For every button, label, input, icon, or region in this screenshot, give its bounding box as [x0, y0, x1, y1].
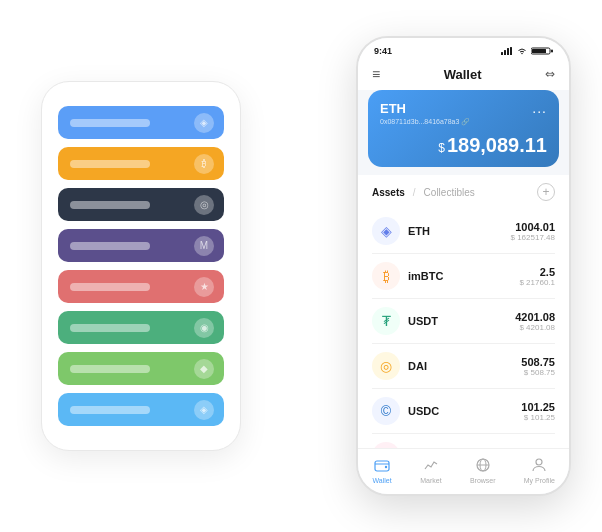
card-label	[70, 406, 150, 414]
asset-row-eth[interactable]: ◈ ETH 1004.01 $ 162517.48	[372, 209, 555, 254]
svg-rect-6	[551, 50, 553, 53]
card-label	[70, 365, 150, 373]
card-icon: ◉	[194, 318, 214, 338]
asset-usd-usdc: $ 101.25	[521, 413, 555, 422]
svg-rect-0	[501, 52, 503, 55]
list-item[interactable]: ◉	[58, 311, 224, 344]
nav-label-profile: My Profile	[524, 477, 555, 484]
asset-amount-usdt: 4201.08	[515, 311, 555, 323]
time-label: 9:41	[374, 46, 392, 56]
eth-card-address: 0x08711d3b...8416a78a3 🔗	[380, 118, 547, 126]
card-icon: ◈	[194, 113, 214, 133]
svg-rect-3	[510, 47, 512, 55]
asset-amounts-usdc: 101.25 $ 101.25	[521, 401, 555, 422]
asset-name-usdt: USDT	[408, 315, 515, 327]
signal-icon	[501, 47, 513, 55]
foreground-phone: 9:41	[356, 36, 571, 496]
svg-rect-2	[507, 48, 509, 55]
nav-label-browser: Browser	[470, 477, 496, 484]
tab-collectibles[interactable]: Collectibles	[424, 187, 475, 198]
eth-icon: ◈	[372, 217, 400, 245]
asset-amounts-usdt: 4201.08 $ 4201.08	[515, 311, 555, 332]
asset-amount-imbtc: 2.5	[519, 266, 555, 278]
card-label	[70, 242, 150, 250]
asset-row-usdc[interactable]: © USDC 101.25 $ 101.25	[372, 389, 555, 434]
menu-icon[interactable]: ≡	[372, 66, 380, 82]
nav-label-wallet: Wallet	[372, 477, 391, 484]
list-item[interactable]: ₿	[58, 147, 224, 180]
eth-card-header: ETH ...	[380, 100, 547, 116]
card-icon: ◈	[194, 400, 214, 420]
asset-row-dai[interactable]: ◎ DAI 508.75 $ 508.75	[372, 344, 555, 389]
card-label	[70, 324, 150, 332]
nav-item-profile[interactable]: My Profile	[524, 455, 555, 484]
add-asset-button[interactable]: +	[537, 183, 555, 201]
assets-tabs: Assets / Collectibles	[372, 187, 475, 198]
card-icon: ◆	[194, 359, 214, 379]
battery-icon	[531, 47, 553, 55]
svg-rect-7	[375, 461, 389, 471]
card-label	[70, 201, 150, 209]
status-bar: 9:41	[358, 38, 569, 60]
svg-rect-5	[532, 49, 546, 53]
imbtc-icon: ₿	[372, 262, 400, 290]
svg-point-12	[536, 459, 542, 465]
asset-amount-dai: 508.75	[521, 356, 555, 368]
wallet-nav-icon	[372, 455, 392, 475]
nav-item-browser[interactable]: Browser	[470, 455, 496, 484]
tab-assets[interactable]: Assets	[372, 187, 405, 198]
list-item[interactable]: ◆	[58, 352, 224, 385]
nav-label-market: Market	[420, 477, 441, 484]
asset-usd-dai: $ 508.75	[521, 368, 555, 377]
market-nav-icon	[421, 455, 441, 475]
card-label	[70, 119, 150, 127]
page-title: Wallet	[444, 67, 482, 82]
asset-amounts-imbtc: 2.5 $ 21760.1	[519, 266, 555, 287]
usdc-icon: ©	[372, 397, 400, 425]
eth-card-name: ETH	[380, 101, 406, 116]
nav-item-market[interactable]: Market	[420, 455, 441, 484]
asset-amount-eth: 1004.01	[511, 221, 556, 233]
asset-name-eth: ETH	[408, 225, 511, 237]
tab-divider: /	[413, 187, 416, 198]
dollar-sign: $	[438, 141, 445, 155]
eth-card[interactable]: ETH ... 0x08711d3b...8416a78a3 🔗 $189,08…	[368, 90, 559, 167]
list-item[interactable]: ★	[58, 270, 224, 303]
asset-list: ◈ ETH 1004.01 $ 162517.48 ₿ imBTC 2.5 $ …	[358, 209, 569, 448]
card-icon: ◎	[194, 195, 214, 215]
asset-row-imbtc[interactable]: ₿ imBTC 2.5 $ 21760.1	[372, 254, 555, 299]
card-icon: M	[194, 236, 214, 256]
svg-rect-1	[504, 50, 506, 55]
bottom-nav: Wallet Market Browser	[358, 448, 569, 494]
asset-usd-imbtc: $ 21760.1	[519, 278, 555, 287]
list-item[interactable]: M	[58, 229, 224, 262]
card-label	[70, 160, 150, 168]
card-icon: ₿	[194, 154, 214, 174]
eth-card-balance: $189,089.11	[380, 134, 547, 157]
list-item[interactable]: ◎	[58, 188, 224, 221]
asset-amounts-dai: 508.75 $ 508.75	[521, 356, 555, 377]
wifi-icon	[516, 47, 528, 55]
asset-name-dai: DAI	[408, 360, 521, 372]
list-item[interactable]: ◈	[58, 393, 224, 426]
list-item[interactable]: ◈	[58, 106, 224, 139]
scene: ◈ ₿ ◎ M ★ ◉ ◆ ◈	[21, 11, 581, 521]
asset-amounts-eth: 1004.01 $ 162517.48	[511, 221, 556, 242]
phone-header: ≡ Wallet ⇔	[358, 60, 569, 90]
profile-nav-icon	[529, 455, 549, 475]
background-phone: ◈ ₿ ◎ M ★ ◉ ◆ ◈	[41, 81, 241, 451]
asset-amount-usdc: 101.25	[521, 401, 555, 413]
asset-row-tft[interactable]: 🌿 TFT 13 0	[372, 434, 555, 448]
dai-icon: ◎	[372, 352, 400, 380]
eth-card-menu[interactable]: ...	[532, 100, 547, 116]
asset-name-usdc: USDC	[408, 405, 521, 417]
usdt-icon: ₮	[372, 307, 400, 335]
assets-header: Assets / Collectibles +	[358, 175, 569, 209]
expand-icon[interactable]: ⇔	[545, 67, 555, 81]
asset-row-usdt[interactable]: ₮ USDT 4201.08 $ 4201.08	[372, 299, 555, 344]
asset-usd-usdt: $ 4201.08	[515, 323, 555, 332]
svg-point-8	[385, 466, 387, 468]
browser-nav-icon	[473, 455, 493, 475]
card-label	[70, 283, 150, 291]
nav-item-wallet[interactable]: Wallet	[372, 455, 392, 484]
